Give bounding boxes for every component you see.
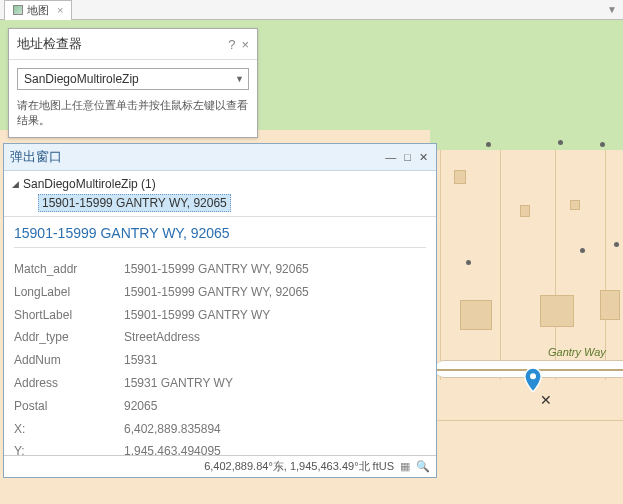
attr-key: ShortLabel bbox=[14, 304, 124, 327]
chevron-down-icon: ▼ bbox=[235, 74, 244, 84]
attr-val: 92065 bbox=[124, 395, 157, 418]
tab-bar: 地图 × ▼ bbox=[0, 0, 623, 20]
attr-row: Y:1,945,463.494095 bbox=[14, 440, 426, 455]
attr-key: Address bbox=[14, 372, 124, 395]
attr-row: Match_addr15901-15999 GANTRY WY, 92065 bbox=[14, 258, 426, 281]
attr-row: X:6,402,889.835894 bbox=[14, 418, 426, 441]
map-tab-icon bbox=[13, 5, 23, 15]
attr-val: 15901-15999 GANTRY WY bbox=[124, 304, 270, 327]
popup-statusbar: 6,402,889.84°东, 1,945,463.49°北 ftUS ▦ 🔍 bbox=[4, 455, 436, 477]
locator-combo[interactable]: SanDiegoMultiroleZip ▼ bbox=[17, 68, 249, 90]
map-pin-icon bbox=[524, 368, 542, 392]
inspector-title: 地址检查器 bbox=[17, 35, 82, 53]
popup-heading: 15901-15999 GANTRY WY, 92065 bbox=[14, 225, 426, 241]
attr-val: 15931 GANTRY WY bbox=[124, 372, 233, 395]
attr-key: X: bbox=[14, 418, 124, 441]
close-icon[interactable]: ✕ bbox=[417, 151, 430, 164]
maximize-icon[interactable]: □ bbox=[402, 151, 413, 163]
attr-val: StreetAddress bbox=[124, 326, 200, 349]
tree-layer-row[interactable]: ◢ SanDiegoMultiroleZip (1) bbox=[12, 177, 428, 191]
attr-val: 15931 bbox=[124, 349, 157, 372]
attr-key: LongLabel bbox=[14, 281, 124, 304]
attr-val: 1,945,463.494095 bbox=[124, 440, 221, 455]
svg-point-0 bbox=[530, 373, 536, 379]
inspector-hint: 请在地图上任意位置单击并按住鼠标左键以查看结果。 bbox=[9, 98, 257, 137]
attr-row: Postal92065 bbox=[14, 395, 426, 418]
tab-label: 地图 bbox=[27, 3, 49, 18]
attr-val: 15901-15999 GANTRY WY, 92065 bbox=[124, 281, 309, 304]
tab-map[interactable]: 地图 × bbox=[4, 0, 72, 20]
status-search-icon[interactable]: 🔍 bbox=[416, 460, 430, 474]
minimize-icon[interactable]: — bbox=[383, 151, 398, 163]
attr-row: LongLabel15901-15999 GANTRY WY, 92065 bbox=[14, 281, 426, 304]
popup-titlebar[interactable]: 弹出窗口 — □ ✕ bbox=[4, 144, 436, 171]
address-inspector-panel: 地址检查器 ? × SanDiegoMultiroleZip ▼ 请在地图上任意… bbox=[8, 28, 258, 138]
attr-val: 6,402,889.835894 bbox=[124, 418, 221, 441]
click-cross-icon: ✕ bbox=[540, 392, 552, 408]
attr-val: 15901-15999 GANTRY WY, 92065 bbox=[124, 258, 309, 281]
status-grid-icon[interactable]: ▦ bbox=[398, 460, 412, 474]
popup-body: 15901-15999 GANTRY WY, 92065 Match_addr1… bbox=[4, 217, 436, 455]
attr-row: ShortLabel15901-15999 GANTRY WY bbox=[14, 304, 426, 327]
help-icon[interactable]: ? bbox=[228, 37, 235, 52]
attr-row: AddNum15931 bbox=[14, 349, 426, 372]
street-label: Gantry Way bbox=[548, 346, 606, 358]
popup-title-text: 弹出窗口 bbox=[10, 148, 62, 166]
popup-tree: ◢ SanDiegoMultiroleZip (1) 15901-15999 G… bbox=[4, 171, 436, 217]
tree-selected-item[interactable]: 15901-15999 GANTRY WY, 92065 bbox=[38, 194, 231, 212]
attr-key: Y: bbox=[14, 440, 124, 455]
attr-key: Postal bbox=[14, 395, 124, 418]
attr-key: AddNum bbox=[14, 349, 124, 372]
tab-close-icon[interactable]: × bbox=[57, 4, 63, 16]
pane-menu-icon[interactable]: ▼ bbox=[607, 4, 617, 15]
coord-readout: 6,402,889.84°东, 1,945,463.49°北 ftUS bbox=[204, 459, 394, 474]
locator-value: SanDiegoMultiroleZip bbox=[24, 72, 139, 86]
attr-key: Addr_type bbox=[14, 326, 124, 349]
tree-caret-icon: ◢ bbox=[12, 179, 19, 189]
attr-row: Addr_typeStreetAddress bbox=[14, 326, 426, 349]
popup-window: 弹出窗口 — □ ✕ ◢ SanDiegoMultiroleZip (1) 15… bbox=[3, 143, 437, 478]
attr-row: Address15931 GANTRY WY bbox=[14, 372, 426, 395]
attr-key: Match_addr bbox=[14, 258, 124, 281]
tree-layer-label: SanDiegoMultiroleZip (1) bbox=[23, 177, 156, 191]
close-icon[interactable]: × bbox=[241, 37, 249, 52]
